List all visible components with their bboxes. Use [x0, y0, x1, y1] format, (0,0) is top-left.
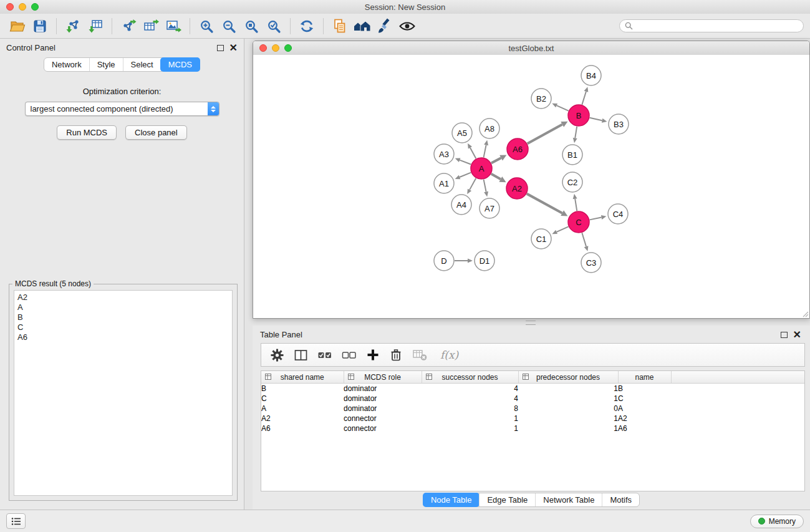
- edge-C-C1[interactable]: [557, 226, 569, 232]
- deselect-all-rows-button[interactable]: [342, 346, 357, 364]
- zoom-selected-button[interactable]: [263, 16, 285, 37]
- table-mode-button[interactable]: [270, 346, 284, 364]
- zoom-window-button[interactable]: [31, 3, 39, 11]
- import-table-button[interactable]: [84, 16, 107, 37]
- node-A3[interactable]: A3: [434, 144, 454, 164]
- minimize-network-window-button[interactable]: [272, 44, 279, 52]
- export-network-button[interactable]: [117, 16, 140, 37]
- edge-C-C4[interactable]: [590, 217, 602, 220]
- column-header-mcds-role[interactable]: MCDS role: [344, 371, 422, 384]
- tab-motifs[interactable]: Motifs: [602, 493, 639, 506]
- table-row[interactable]: Adominator80A: [261, 404, 804, 414]
- show-hide-details-button[interactable]: [396, 16, 418, 37]
- show-panel-button[interactable]: [6, 513, 26, 529]
- open-recent-button[interactable]: [329, 16, 351, 37]
- tab-network-table[interactable]: Network Table: [535, 493, 602, 506]
- node-D1[interactable]: D1: [475, 251, 494, 271]
- node-A2[interactable]: A2: [506, 178, 528, 199]
- function-builder-button[interactable]: f(x): [438, 346, 458, 364]
- node-C3[interactable]: C3: [581, 253, 601, 273]
- node-A4[interactable]: A4: [451, 195, 471, 215]
- close-network-window-button[interactable]: [259, 44, 267, 52]
- float-table-panel-button[interactable]: [781, 332, 788, 338]
- edge-B-B2[interactable]: [557, 105, 569, 111]
- create-column-button[interactable]: [366, 346, 380, 364]
- save-session-button[interactable]: [29, 16, 51, 37]
- edge-B-B3[interactable]: [590, 118, 602, 120]
- zoom-fit-button[interactable]: [240, 16, 263, 37]
- edge-A-A3[interactable]: [460, 160, 471, 165]
- select-all-rows-button[interactable]: [317, 346, 332, 364]
- edge-A2-C[interactable]: [527, 194, 562, 213]
- edge-C-C2[interactable]: [575, 199, 577, 211]
- node-C4[interactable]: C4: [608, 204, 628, 224]
- edge-A-A8[interactable]: [484, 145, 486, 157]
- edge-A-A7[interactable]: [484, 180, 486, 192]
- node-A1[interactable]: A1: [434, 173, 454, 193]
- node-B4[interactable]: B4: [581, 65, 601, 85]
- node-C[interactable]: C: [568, 211, 589, 233]
- edge-A-A4[interactable]: [470, 178, 476, 190]
- tab-edge-table[interactable]: Edge Table: [479, 493, 535, 506]
- mcds-result-list[interactable]: A2ABCA6: [14, 290, 233, 496]
- refresh-view-button[interactable]: [296, 16, 318, 37]
- resize-grip[interactable]: [801, 310, 809, 317]
- show-columns-button[interactable]: [294, 346, 308, 364]
- network-canvas[interactable]: B4B2BB3A8A5A6A3B1AC2A1A2A4A7C4CC1DD1C3: [253, 55, 809, 318]
- column-header-successor-nodes[interactable]: successor nodes: [422, 371, 518, 384]
- float-panel-button[interactable]: [217, 45, 224, 51]
- node-B2[interactable]: B2: [531, 89, 551, 109]
- close-panel-icon[interactable]: ✕: [229, 44, 238, 52]
- node-D[interactable]: D: [434, 251, 454, 271]
- edge-A6-B[interactable]: [528, 124, 562, 143]
- run-mcds-button[interactable]: Run MCDS: [57, 125, 117, 140]
- home-view-button[interactable]: [351, 16, 374, 37]
- column-header-name[interactable]: name: [618, 371, 671, 384]
- minimize-window-button[interactable]: [19, 3, 26, 11]
- edge-B-B1[interactable]: [575, 127, 577, 138]
- node-A7[interactable]: A7: [480, 198, 499, 218]
- node-A[interactable]: A: [471, 158, 492, 179]
- column-header-shared-name[interactable]: shared name: [261, 371, 344, 384]
- edge-A-A6[interactable]: [491, 158, 501, 163]
- node-B[interactable]: B: [568, 105, 589, 126]
- edge-A-A5[interactable]: [470, 148, 476, 158]
- zoom-in-button[interactable]: [195, 16, 218, 37]
- open-session-button[interactable]: [6, 16, 29, 37]
- edge-A-A2[interactable]: [491, 174, 501, 180]
- zoom-network-window-button[interactable]: [284, 44, 292, 52]
- edge-B-B4[interactable]: [582, 92, 586, 105]
- node-C1[interactable]: C1: [531, 229, 551, 249]
- close-table-panel-icon[interactable]: ✕: [793, 331, 801, 339]
- tab-select[interactable]: Select: [123, 58, 161, 71]
- node-A8[interactable]: A8: [480, 118, 499, 138]
- delete-column-button[interactable]: [389, 346, 403, 364]
- node-A5[interactable]: A5: [452, 123, 472, 143]
- node-C2[interactable]: C2: [562, 172, 582, 192]
- optimization-select[interactable]: largest connected component (directed): [25, 102, 219, 116]
- export-image-button[interactable]: [162, 16, 185, 37]
- column-header-predecessor-nodes[interactable]: predecessor nodes: [518, 371, 618, 384]
- table-row[interactable]: Cdominator41C: [261, 394, 804, 404]
- edge-A-A1[interactable]: [460, 173, 471, 177]
- close-window-button[interactable]: [6, 3, 14, 11]
- node-A6[interactable]: A6: [507, 138, 528, 160]
- table-row[interactable]: Bdominator41B: [261, 384, 804, 394]
- tab-network[interactable]: Network: [44, 58, 89, 71]
- export-table-button[interactable]: [140, 16, 162, 37]
- search-input[interactable]: [636, 21, 798, 31]
- edge-C-C3[interactable]: [582, 233, 586, 246]
- node-B3[interactable]: B3: [609, 114, 629, 134]
- close-panel-button[interactable]: Close panel: [125, 125, 187, 140]
- memory-button[interactable]: Memory: [750, 515, 804, 528]
- table-row[interactable]: A6connector11A6: [261, 423, 804, 433]
- import-network-button[interactable]: [62, 16, 84, 37]
- split-pane-handle[interactable]: [526, 321, 536, 325]
- table-row[interactable]: A2connector11A2: [261, 414, 804, 423]
- apply-style-button[interactable]: [374, 16, 396, 37]
- zoom-out-button[interactable]: [218, 16, 240, 37]
- tab-style[interactable]: Style: [89, 58, 123, 71]
- delete-table-button[interactable]: [412, 346, 428, 364]
- node-B1[interactable]: B1: [562, 145, 582, 165]
- tab-mcds[interactable]: MCDS: [160, 57, 200, 72]
